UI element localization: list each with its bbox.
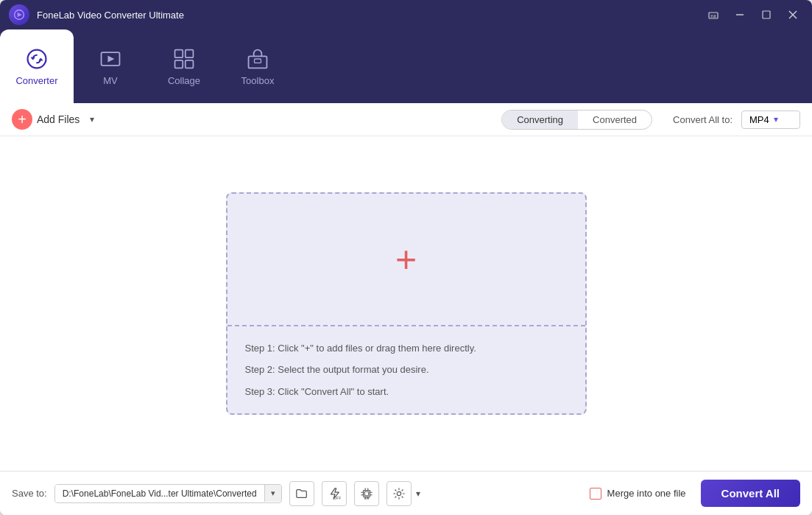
svg-point-6: [28, 49, 46, 68]
drop-zone[interactable]: + Step 1: Click "+" to add files or drag…: [226, 192, 587, 416]
converting-converted-toggle: Converting Converted: [501, 110, 652, 130]
merge-checkbox-area: Merge into one file: [590, 488, 686, 500]
save-path-dropdown[interactable]: ▾: [264, 485, 281, 502]
step3-text: Step 3: Click "Convert All" to start.: [245, 385, 568, 399]
converting-tab-btn[interactable]: Converting: [502, 111, 578, 129]
footer: Save to: D:\FoneLab\FoneLab Vid...ter Ul…: [0, 471, 812, 515]
add-files-dropdown-arrow[interactable]: ▾: [90, 114, 94, 125]
tab-mv-label: MV: [103, 75, 118, 86]
svg-text:OFF: OFF: [333, 496, 341, 500]
tab-converter[interactable]: Converter: [0, 29, 74, 103]
save-path-text: D:\FoneLab\FoneLab Vid...ter Ultimate\Co…: [55, 485, 264, 502]
toolbar: + Add Files ▾ Converting Converted Conve…: [0, 103, 812, 136]
maximize-button[interactable]: [756, 4, 777, 25]
minimize-button[interactable]: [730, 4, 750, 25]
title-bar: FoneLab Video Converter Ultimate: [0, 0, 812, 29]
tab-collage[interactable]: Collage: [147, 29, 221, 103]
format-select[interactable]: MP4 ▾: [741, 111, 800, 129]
hardware-acceleration-button[interactable]: OFF: [354, 481, 379, 506]
close-button[interactable]: [783, 4, 803, 25]
settings-dropdown-arrow[interactable]: ▾: [416, 488, 420, 499]
svg-rect-12: [249, 56, 267, 68]
format-value: MP4: [749, 114, 769, 125]
merge-checkbox[interactable]: [590, 488, 601, 500]
svg-rect-1: [709, 13, 718, 18]
content-area: + Step 1: Click "+" to add files or drag…: [0, 136, 812, 471]
tab-bar: Converter MV Collage: [0, 29, 812, 103]
svg-rect-13: [255, 59, 261, 63]
add-files-label: Add Files: [37, 113, 80, 125]
convert-all-button[interactable]: Convert All: [701, 480, 800, 507]
settings-button[interactable]: [386, 481, 412, 506]
svg-text:OFF: OFF: [364, 497, 370, 500]
drop-zone-plus: +: [227, 194, 585, 326]
save-to-label: Save to:: [12, 488, 47, 499]
window-controls: [703, 4, 803, 25]
svg-rect-9: [186, 49, 194, 57]
captions-button[interactable]: [703, 4, 724, 25]
tab-mv[interactable]: MV: [74, 29, 147, 103]
tab-toolbox-label: Toolbox: [241, 75, 275, 86]
step2-text: Step 2: Select the output format you des…: [245, 362, 568, 377]
save-path-container: D:\FoneLab\FoneLab Vid...ter Ultimate\Co…: [54, 484, 282, 503]
svg-point-18: [397, 491, 400, 495]
tab-toolbox[interactable]: Toolbox: [221, 29, 294, 103]
acceleration-button[interactable]: OFF: [322, 481, 347, 506]
app-window: FoneLab Video Converter Ultimate: [0, 0, 812, 515]
drop-zone-instructions: Step 1: Click "+" to add files or drag t…: [227, 326, 585, 414]
step1-text: Step 1: Click "+" to add files or drag t…: [245, 341, 568, 356]
plus-icon: +: [12, 109, 32, 130]
converted-tab-btn[interactable]: Converted: [578, 111, 652, 129]
drop-plus-icon: +: [395, 241, 417, 278]
main-content: + Add Files ▾ Converting Converted Conve…: [0, 103, 812, 515]
convert-all-to-label: Convert All to:: [673, 114, 732, 125]
format-dropdown-arrow: ▾: [774, 114, 778, 125]
open-folder-button[interactable]: [289, 481, 314, 506]
svg-rect-16: [364, 491, 368, 495]
svg-rect-11: [186, 60, 194, 68]
svg-rect-3: [763, 11, 770, 18]
svg-rect-10: [175, 60, 183, 68]
app-title: FoneLab Video Converter Ultimate: [37, 10, 703, 21]
merge-label: Merge into one file: [607, 488, 686, 499]
app-logo: [9, 4, 29, 25]
svg-rect-8: [175, 49, 183, 57]
tab-converter-label: Converter: [15, 75, 57, 86]
add-files-button[interactable]: + Add Files: [12, 109, 80, 130]
tab-collage-label: Collage: [168, 75, 200, 86]
